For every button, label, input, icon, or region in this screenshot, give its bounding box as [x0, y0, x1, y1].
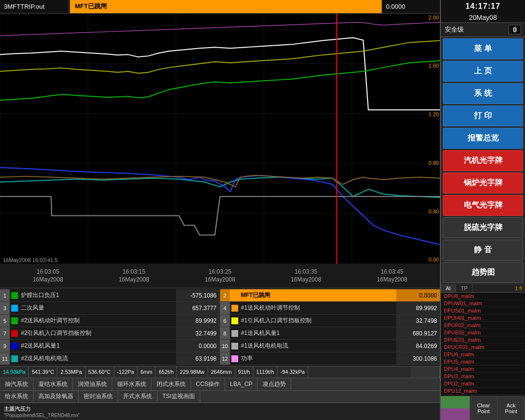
- alarm-item[interactable]: DPU2_malm: [441, 380, 525, 387]
- cell-label-right: #1送风机动叶调节控制: [240, 304, 397, 312]
- icon-area: [441, 396, 470, 420]
- alarm-item[interactable]: DPU5_malm: [441, 358, 525, 366]
- cell-value-right: 89.9992: [396, 302, 440, 314]
- y-label-2: 1.20: [419, 111, 439, 117]
- cell-color-right: [231, 292, 238, 299]
- nav-bar[interactable]: 抽汽系统凝结水系统润滑油系统循环水系统闭式水系统CCS操作LBA_CP凌点趋势: [0, 378, 440, 390]
- sidebar-button[interactable]: 脱硫光字牌: [443, 217, 523, 238]
- cell-num-left: 5: [0, 315, 10, 327]
- cell-value-left: 657.3777: [176, 302, 220, 314]
- x-label-3: 16:03:35 16May2008: [291, 268, 321, 284]
- chart-value: 0.0000: [382, 0, 440, 13]
- cell-color-left: [11, 343, 18, 350]
- alarm-item[interactable]: DPU12_malm: [441, 387, 525, 395]
- nav-item[interactable]: 循环水系统: [112, 378, 152, 390]
- cell-num-right: 8: [220, 327, 230, 339]
- alarm-item[interactable]: DPUW01_malm: [441, 300, 525, 307]
- nav-item-2[interactable]: 密封油系统: [79, 391, 118, 403]
- alarm-item[interactable]: DPUCF01_malm: [441, 344, 525, 351]
- status-item: 1119t/h: [253, 367, 278, 378]
- alarm-item[interactable]: DPU3_malm: [441, 373, 525, 380]
- x-label-1: 16:03:15 16May2008: [119, 268, 149, 284]
- cell-num-left: 7: [0, 327, 10, 339]
- cell-value-left: 0.0000: [176, 340, 220, 352]
- y-axis: 2.00 1.60 1.20 0.80 0.40 0.00: [418, 14, 440, 264]
- nav-item-2[interactable]: 开式水系统: [118, 391, 158, 403]
- nav-item[interactable]: LBA_CP: [225, 378, 258, 390]
- nav-item-2[interactable]: 高加及除氧器: [34, 391, 79, 403]
- data-cell-right: 12 功率 300.1086: [220, 352, 440, 365]
- chart-timestamp: 16May2008 16:03:41.5: [3, 257, 58, 263]
- main-area: 3MFTTRIP.out MFT已跳闸 0.0000: [0, 0, 440, 420]
- nav-item[interactable]: 凝结水系统: [34, 378, 73, 390]
- cell-value-left: -575.1086: [176, 289, 220, 301]
- sidebar-button[interactable]: 菜 单: [443, 38, 523, 59]
- alarm-tab-tp[interactable]: TP: [456, 284, 473, 292]
- cell-label-right: 功率: [240, 354, 397, 363]
- chart-container[interactable]: 16May2008 16:03:41.5 2.00 1.60 1.20 0.80…: [0, 14, 440, 264]
- alarm-item[interactable]: DPUS01_malm: [441, 307, 525, 315]
- alarm-tab-al[interactable]: Al: [441, 284, 456, 292]
- nav-item[interactable]: 抽汽系统: [0, 378, 34, 390]
- sidebar-buttons: 菜 单上 页系 统打 印报警总览汽机光字牌锅炉光字牌电气光字牌脱硫光字牌静 音趋…: [441, 37, 525, 284]
- nav-item[interactable]: 凌点趋势: [258, 378, 291, 390]
- cell-label-right: #1引风机入口调节挡板控制: [240, 316, 397, 325]
- chart-title: 3MFTTRIP.out: [0, 0, 68, 13]
- sidebar-date: 20May08: [441, 13, 525, 23]
- sidebar-time: 14:17:17: [441, 0, 525, 13]
- data-table: 1 炉膛出口负压1 -575.1086 2 MFT已跳闸 0.0000 3 二次…: [0, 288, 440, 366]
- nav-item[interactable]: 润滑油系统: [73, 378, 112, 390]
- sidebar-security-value: 0: [508, 25, 521, 35]
- cell-value-right: 680.9127: [396, 327, 440, 339]
- sidebar-button[interactable]: 汽机光字牌: [443, 150, 523, 171]
- bottom-icon-btn[interactable]: Clear Point: [470, 396, 498, 420]
- nav-bar2[interactable]: 给水系统高加及除氧器密封油系统开式水系统TSI监视画面: [0, 390, 440, 403]
- cell-label-left: #2送风机电机电流: [19, 354, 176, 363]
- cell-value-right: 84.0269: [396, 340, 440, 352]
- nav-item[interactable]: 闭式水系统: [152, 378, 191, 390]
- sidebar-button[interactable]: 系 统: [443, 83, 523, 104]
- status-item: 14.93kPa: [0, 367, 29, 378]
- x-axis: 16:03:05 16May2008 16:03:15 16May2008 16…: [0, 264, 440, 288]
- x-label-4: 16:03:45 16May2008: [377, 268, 407, 284]
- sidebar-button[interactable]: 报警总览: [443, 128, 523, 149]
- bottom-icon-btn[interactable]: Ack Point: [498, 396, 525, 420]
- sidebar-button[interactable]: 打 印: [443, 105, 523, 126]
- sidebar-button[interactable]: 趋势图: [443, 262, 523, 283]
- sidebar-button[interactable]: 静 音: [443, 240, 523, 261]
- x-label-2: 16:03:25 16May2008: [205, 268, 235, 284]
- sidebar-button[interactable]: 上 页: [443, 61, 523, 82]
- y-label-4: 0.40: [419, 209, 439, 214]
- table-row: 3 二次风量 657.3777 4 #1送风机动叶调节控制 89.9992: [0, 302, 440, 315]
- sidebar-security-label: 安全级: [445, 25, 508, 34]
- alarm-item[interactable]: DPUH01_malm: [441, 315, 525, 322]
- status-item: 536.60°C: [86, 367, 114, 378]
- chart-status: MFT已跳闸: [70, 0, 382, 13]
- cell-value-left: 63.9198: [176, 352, 220, 365]
- alarm-list[interactable]: DPU8_malmDPUW01_malmDPUS01_malmDPUH01_ma…: [441, 293, 525, 396]
- nav-item-2[interactable]: 给水系统: [0, 391, 34, 403]
- nav-item-2[interactable]: TSI监视画面: [158, 391, 200, 403]
- status-right: [411, 367, 440, 378]
- cell-value-left: 32.7499: [176, 327, 220, 339]
- sidebar-button[interactable]: 电气光字牌: [443, 195, 523, 216]
- status-item: -122Pa: [114, 367, 138, 378]
- alarm-item[interactable]: DPU8_malm: [441, 293, 525, 300]
- data-cell-left: 1 炉膛出口负压1 -575.1086: [0, 289, 220, 301]
- sidebar-security: 安全级 0: [441, 23, 525, 37]
- alarm-item[interactable]: DPU4_malm: [441, 366, 525, 373]
- alarm-item[interactable]: DPUE01_malm: [441, 336, 525, 344]
- cell-label-left: #2引风机入口调节挡板控制: [19, 329, 176, 337]
- trend-chart: [0, 14, 440, 264]
- data-cell-left: 3 二次风量 657.3777: [0, 302, 220, 314]
- y-label-0: 2.00: [419, 15, 439, 20]
- cell-color-left: [11, 292, 18, 299]
- sidebar-button[interactable]: 锅炉光字牌: [443, 173, 523, 193]
- status-block-green: [441, 396, 470, 408]
- nav-item[interactable]: CCS操作: [191, 378, 225, 390]
- data-cell-right: 2 MFT已跳闸 0.0000: [220, 289, 440, 301]
- alarm-item[interactable]: DPUF02_malm: [441, 322, 525, 329]
- alarm-item[interactable]: DPU6_malm: [441, 351, 525, 358]
- alarm-item[interactable]: DPUE02_malm: [441, 329, 525, 336]
- data-cell-right: 10 #1送风机电机电流 84.0269: [220, 340, 440, 352]
